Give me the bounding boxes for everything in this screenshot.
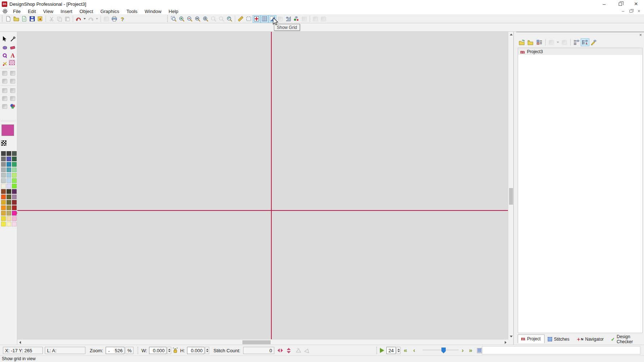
document-restore-button[interactable] <box>630 10 632 13</box>
hoop-settings-button[interactable] <box>245 15 253 23</box>
palette-swatch[interactable] <box>12 184 17 188</box>
palette-swatch[interactable] <box>1 195 6 199</box>
palette-swatch[interactable] <box>1 184 6 188</box>
view-compact-list-button[interactable] <box>572 38 581 46</box>
menu-help[interactable]: Help <box>165 8 182 15</box>
design-canvas[interactable] <box>17 32 514 345</box>
palette-swatch[interactable] <box>7 162 11 167</box>
palette-swatch[interactable] <box>12 151 17 156</box>
palette-swatch[interactable] <box>12 157 17 161</box>
palette-swatch[interactable] <box>7 151 11 156</box>
tab-project[interactable]: mProject <box>518 335 545 343</box>
palette-swatch[interactable] <box>1 211 6 216</box>
palette-swatch[interactable] <box>7 167 11 172</box>
menu-edit[interactable]: Edit <box>24 8 39 15</box>
jump-start-button[interactable]: « <box>404 347 407 354</box>
scroll-left-button[interactable] <box>17 340 23 345</box>
new-file-button[interactable] <box>4 15 12 23</box>
zoom-out-button[interactable] <box>186 15 194 23</box>
aspect-lock-icon[interactable] <box>172 347 178 354</box>
view-detail-list-button[interactable] <box>581 38 589 46</box>
palette-swatch[interactable] <box>1 162 6 167</box>
jump-end-button[interactable]: » <box>469 347 472 354</box>
palette-swatch[interactable] <box>12 189 17 194</box>
zoom-fit-button[interactable] <box>202 15 209 23</box>
edit-list-button[interactable] <box>589 38 598 46</box>
zoom-in-button[interactable] <box>178 15 186 23</box>
merge-design-button[interactable] <box>535 38 544 46</box>
properties-dropdown[interactable] <box>556 39 560 46</box>
eraser-tool[interactable] <box>9 44 16 51</box>
palette-swatch[interactable] <box>7 157 11 161</box>
project-tree[interactable]: m Project3 <box>518 48 643 333</box>
pattern-fill-tool[interactable] <box>9 60 15 65</box>
ruler-button[interactable] <box>237 15 245 23</box>
color-blend-tool[interactable] <box>9 103 16 110</box>
restore-button[interactable] <box>612 0 628 8</box>
transparent-color-swatch[interactable] <box>1 140 7 146</box>
flip-vertical-button[interactable] <box>286 347 292 354</box>
minimize-button[interactable]: – <box>596 0 612 8</box>
palette-swatch[interactable] <box>12 200 17 205</box>
document-close-button[interactable]: × <box>636 9 642 14</box>
palette-swatch[interactable] <box>12 173 17 178</box>
help-button[interactable]: ? <box>118 15 126 23</box>
undo-dropdown[interactable] <box>82 15 87 23</box>
palette-swatch[interactable] <box>12 222 17 226</box>
palette-swatch[interactable] <box>7 184 11 188</box>
print-button[interactable] <box>110 15 118 23</box>
tab-stitches[interactable]: Stitches <box>545 335 573 343</box>
gear-icon[interactable] <box>2 8 8 14</box>
palette-swatch[interactable] <box>1 167 6 172</box>
palette-swatch[interactable] <box>1 151 6 156</box>
palette-swatch[interactable] <box>7 200 11 205</box>
project-tree-root[interactable]: m Project3 <box>518 48 642 55</box>
palette-swatch[interactable] <box>7 205 11 210</box>
palette-swatch[interactable] <box>12 162 17 167</box>
stitch-list-button[interactable] <box>477 347 482 354</box>
height-spinner[interactable] <box>205 347 209 354</box>
menu-object[interactable]: Object <box>76 8 97 15</box>
open-folder-button[interactable] <box>526 38 535 46</box>
zoom-previous-button[interactable] <box>225 15 233 23</box>
palette-swatch[interactable] <box>7 222 11 226</box>
zoom-select[interactable]: ⌄ 526 <box>106 347 124 354</box>
scroll-down-button[interactable] <box>508 334 514 339</box>
simulation-slider-thumb[interactable] <box>441 348 446 353</box>
scroll-up-button[interactable] <box>508 32 514 37</box>
manual-stitch-tool[interactable] <box>1 60 8 67</box>
palette-swatch[interactable] <box>1 216 6 221</box>
palette-swatch[interactable] <box>7 178 11 183</box>
panel-close-button[interactable]: × <box>639 33 642 37</box>
tab-navigator[interactable]: NNavigator <box>573 335 608 343</box>
palette-swatch[interactable] <box>1 222 6 226</box>
palette-swatch[interactable] <box>1 205 6 210</box>
select-tool[interactable] <box>1 35 8 43</box>
speed-spinner[interactable] <box>397 347 401 354</box>
simulation-slider[interactable] <box>423 350 459 351</box>
document-minimize-button[interactable]: – <box>620 9 626 14</box>
palette-swatch[interactable] <box>1 189 6 194</box>
undo-button[interactable] <box>75 15 82 23</box>
palette-swatch[interactable] <box>1 157 6 161</box>
complex-fill-tool[interactable] <box>1 52 8 59</box>
flip-horizontal-button[interactable] <box>277 347 283 354</box>
horizontal-scrollbar-thumb[interactable] <box>242 340 271 344</box>
current-thread-color[interactable] <box>1 124 14 136</box>
vertical-scrollbar-thumb[interactable] <box>509 188 513 205</box>
palette-swatch[interactable] <box>7 216 11 221</box>
menu-graphics[interactable]: Graphics <box>97 8 123 15</box>
palette-swatch[interactable] <box>1 200 6 205</box>
menu-window[interactable]: Window <box>141 8 165 15</box>
width-field[interactable]: 0.000 <box>149 347 166 354</box>
vertical-scrollbar[interactable] <box>508 32 513 339</box>
open-file-button[interactable] <box>12 15 20 23</box>
open-design-button[interactable] <box>20 15 28 23</box>
height-field[interactable]: 0.000 <box>187 347 204 354</box>
palette-swatch[interactable] <box>1 178 6 183</box>
palette-swatch[interactable] <box>12 178 17 183</box>
show-hoop-button[interactable] <box>253 15 260 23</box>
menu-file[interactable]: File <box>9 8 24 15</box>
horizontal-scrollbar[interactable] <box>17 339 508 345</box>
speed-field[interactable]: 24 <box>386 347 396 354</box>
